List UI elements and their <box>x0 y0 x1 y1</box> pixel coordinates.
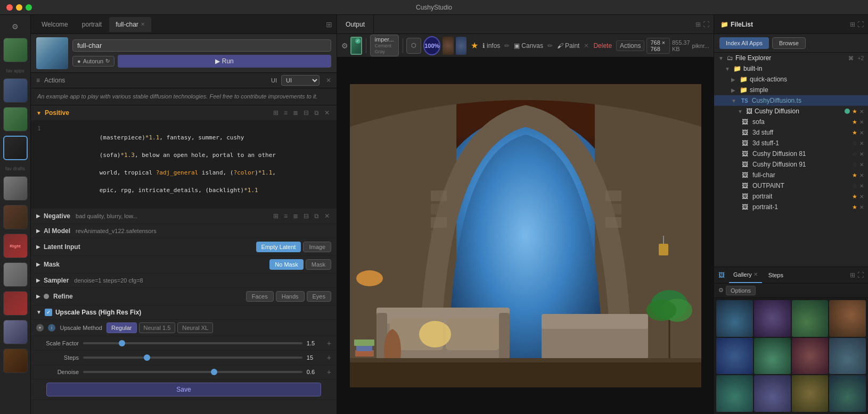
section-refine-header[interactable]: ▶ Refine Faces Hands Eyes <box>31 288 337 305</box>
method-regular-button[interactable]: Regular <box>107 322 137 333</box>
draft-thumb-4[interactable] <box>3 262 28 287</box>
panel-name-input[interactable] <box>72 39 331 52</box>
file-explorer-expand-icon[interactable]: ▼ <box>718 55 725 61</box>
scale-factor-plus-icon[interactable]: + <box>327 339 331 347</box>
outpaint-close-icon[interactable]: ✕ <box>859 183 864 189</box>
save-button[interactable]: Save <box>46 383 322 396</box>
gallery-thumb-9[interactable] <box>716 375 753 412</box>
fullchar-close-icon[interactable]: ✕ <box>859 172 864 178</box>
empty-latent-button[interactable]: Empty Latent <box>256 242 301 252</box>
section-latent-header[interactable]: ▶ Latent Input Empty Latent Image <box>31 238 337 255</box>
upscale-checkbox[interactable]: ✓ <box>45 309 52 316</box>
settings-icon[interactable]: ⚙ <box>8 19 23 34</box>
3dstuff-star-icon[interactable]: ★ <box>852 129 857 136</box>
portrait1-close-icon[interactable]: ✕ <box>859 204 864 210</box>
browse-button[interactable]: Browse <box>772 37 806 49</box>
built-in-expand-icon[interactable]: ▼ <box>725 66 731 72</box>
positive-action-2[interactable]: ≡ <box>282 109 289 117</box>
draft-thumb-7[interactable] <box>3 349 28 373</box>
draft-thumb-3[interactable]: Right <box>3 234 28 258</box>
graph-button[interactable]: ⬡ <box>406 38 421 54</box>
infos-button[interactable]: ℹ infos <box>480 41 502 51</box>
sofa-close-icon[interactable]: ✕ <box>859 119 864 125</box>
cushy81-star-icon[interactable]: ☆ <box>852 151 857 158</box>
paint-button[interactable]: 🖌 Paint <box>555 41 582 51</box>
3dstuff1-star-icon[interactable]: ☆ <box>852 140 857 147</box>
draft-thumb-5[interactable] <box>3 291 28 316</box>
gallery-thumb-7[interactable] <box>792 338 829 375</box>
gallery-thumb-12[interactable] <box>829 375 866 412</box>
positive-code-editor[interactable]: 1 (masterpiece)*1.1, fantasy, summer, cu… <box>31 120 337 208</box>
mask-button[interactable]: Mask <box>306 259 331 270</box>
draft-thumb-2[interactable] <box>3 205 28 229</box>
section-ai-model-header[interactable]: ▶ AI Model revAnimated_v122.safetensors <box>31 224 337 238</box>
maximize-button[interactable] <box>26 4 32 11</box>
positive-action-1[interactable]: ⊞ <box>272 109 280 117</box>
minimize-button[interactable] <box>16 4 22 11</box>
section-positive-header[interactable]: ▼ Positive ⊞ ≡ ≣ ⊟ ⧉ ✕ <box>31 105 337 120</box>
method-neural-xl-button[interactable]: Neural XL <box>177 322 213 333</box>
gallery-thumb-2[interactable] <box>754 300 791 337</box>
options-button[interactable]: Options <box>726 286 756 295</box>
positive-action-4[interactable]: ⊟ <box>302 109 310 117</box>
tree-simple[interactable]: ▶ 📁 simple <box>714 85 868 95</box>
gallery-tab[interactable]: Gallery ✕ <box>729 267 762 283</box>
cushy-diffusion-star-icon[interactable]: ★ <box>852 108 857 115</box>
tree-built-in[interactable]: ▼ 📁 built-in <box>714 63 868 74</box>
tab-expand-icon[interactable]: ⊞ <box>326 20 332 29</box>
tree-item-3dstuff1[interactable]: 🖼 3d stuff-1 ☆ ✕ <box>714 138 868 148</box>
3dstuff1-close-icon[interactable]: ✕ <box>859 140 864 146</box>
tree-quick-actions[interactable]: ▶ 📁 quick-actions <box>714 74 868 85</box>
gallery-thumb-3[interactable] <box>792 300 829 337</box>
denoise-plus-icon[interactable]: + <box>327 368 331 376</box>
autorun-button[interactable]: ● Autorun ↻ <box>72 56 114 67</box>
denoise-slider[interactable] <box>83 371 302 373</box>
toolbar-gear-icon[interactable]: ⚙ <box>341 42 348 50</box>
cushy81-close-icon[interactable]: ✕ <box>859 151 864 157</box>
actions-button[interactable]: Actions <box>616 40 644 51</box>
tree-item-cushy91[interactable]: 🖼 Cushy Diffusion 91 ☆ ✕ <box>714 159 868 170</box>
tree-item-outpaint[interactable]: 🖼 OUTPAINT ☆ ✕ <box>714 180 868 191</box>
fav-app-1[interactable] <box>3 78 28 103</box>
tree-item-portrait[interactable]: 🖼 portrait ★ ✕ <box>714 191 868 202</box>
fav-app-active[interactable] <box>3 136 28 160</box>
cushy-diffusion-close-icon[interactable]: ✕ <box>859 109 864 114</box>
panel-close-icon[interactable]: ✕ <box>326 77 331 84</box>
gallery-fullscreen-icon[interactable]: ⛶ <box>857 271 864 279</box>
panel-content[interactable]: ▼ Positive ⊞ ≡ ≣ ⊟ ⧉ ✕ 1 (ma <box>31 105 337 414</box>
tree-item-3dstuff[interactable]: 🖼 3d stuff ★ ✕ <box>714 127 868 138</box>
img-thumb-2[interactable] <box>443 37 453 55</box>
scale-factor-slider[interactable] <box>83 342 302 344</box>
gallery-thumb-10[interactable] <box>754 375 791 412</box>
image-button[interactable]: Image <box>303 242 331 252</box>
close-button[interactable] <box>6 4 13 11</box>
eyes-button[interactable]: Eyes <box>307 291 331 302</box>
gallery-thumb-11[interactable] <box>792 375 829 412</box>
simple-expand-icon[interactable]: ▶ <box>731 87 738 93</box>
star-icon[interactable]: ★ <box>471 40 478 51</box>
filelist-fullscreen-icon[interactable]: ⛶ <box>857 21 864 28</box>
draft-thumb-6[interactable] <box>3 320 28 344</box>
positive-code-text[interactable]: (masterpiece)*1.1, fantasy, summer, cush… <box>50 125 330 204</box>
tree-item-fullchar[interactable]: 🖼 full-char ★ ✕ <box>714 170 868 180</box>
section-sampler-header[interactable]: ▶ Sampler denoise=1 steps=20 cfg=8 <box>31 274 337 287</box>
gallery-thumb-4[interactable] <box>829 300 866 337</box>
steps-slider[interactable] <box>83 357 302 359</box>
gallery-tab-close-icon[interactable]: ✕ <box>754 271 758 277</box>
outpaint-star-icon[interactable]: ☆ <box>852 183 857 189</box>
section-negative-header[interactable]: ▶ Negative bad quality, blurry, low... ⊞… <box>31 209 337 223</box>
app-thumb-folder[interactable] <box>3 38 28 62</box>
cushy-folder-expand-icon[interactable]: ▼ <box>738 109 744 114</box>
gallery-thumb-8[interactable] <box>829 338 866 375</box>
output-expand-icon[interactable]: ⊞ <box>695 21 701 28</box>
img-thumb-3[interactable] <box>456 37 466 55</box>
faces-button[interactable]: Faces <box>246 291 274 302</box>
gallery-expand-icon[interactable]: ⊞ <box>850 271 855 279</box>
method-neural15-button[interactable]: Neural 1.5 <box>139 322 176 333</box>
filelist-tab[interactable]: 📁 FileList <box>714 15 759 34</box>
section-mask-header[interactable]: ▶ Mask No Mask Mask <box>31 256 337 273</box>
index-all-button[interactable]: Index All Apps <box>719 37 769 49</box>
ui-select[interactable]: UIcompact <box>281 75 320 86</box>
tree-item-cushy81[interactable]: 🖼 Cushy Diffusion 81 ☆ ✕ <box>714 148 868 159</box>
tree-item-portrait1[interactable]: 🖼 portrait-1 ★ ✕ <box>714 202 868 212</box>
